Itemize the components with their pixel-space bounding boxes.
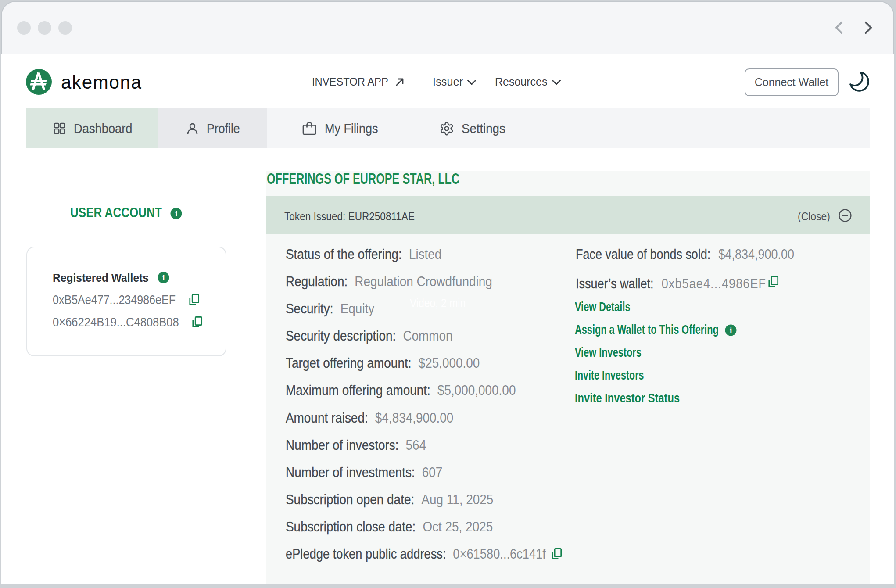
svg-text:i: i — [175, 209, 178, 218]
svg-text:i: i — [162, 273, 165, 282]
svg-text:i: i — [730, 326, 732, 335]
